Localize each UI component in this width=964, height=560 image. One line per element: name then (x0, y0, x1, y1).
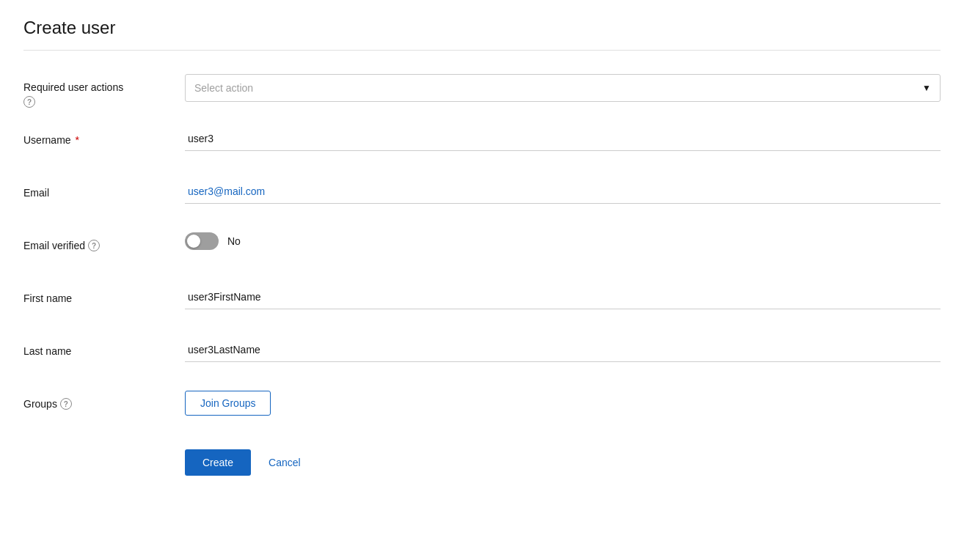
email-verified-help-icon[interactable]: ? (88, 240, 100, 251)
email-label: Email (23, 187, 49, 199)
required-user-actions-row: Required user actions ? Select action ▼ (23, 74, 941, 109)
divider (23, 50, 941, 51)
groups-label: Groups (23, 398, 57, 410)
last-name-input[interactable] (185, 338, 941, 362)
email-input[interactable] (185, 180, 941, 204)
email-verified-label-row: Email verified ? (23, 240, 100, 251)
username-label-col: Username * (23, 127, 185, 146)
create-button[interactable]: Create (185, 449, 251, 476)
email-label-col: Email (23, 180, 185, 199)
groups-label-col: Groups ? (23, 391, 185, 410)
select-action-dropdown[interactable]: Select action (186, 75, 940, 101)
last-name-label-col: Last name (23, 338, 185, 357)
last-name-control (185, 338, 941, 362)
toggle-thumb (187, 235, 200, 248)
first-name-row: First name (23, 285, 941, 320)
action-row: Create Cancel (23, 449, 941, 476)
required-user-actions-control: Select action ▼ (185, 74, 941, 102)
username-required-star: * (76, 134, 79, 146)
email-verified-label-col: Email verified ? (23, 232, 185, 251)
username-control (185, 127, 941, 151)
groups-row: Groups ? Join Groups (23, 391, 941, 426)
required-user-actions-label: Required user actions (23, 81, 123, 93)
email-verified-no-label: No (227, 235, 241, 247)
last-name-row: Last name (23, 338, 941, 373)
email-verified-toggle-container: No (185, 232, 241, 250)
first-name-label: First name (23, 292, 72, 304)
groups-label-row: Groups ? (23, 398, 72, 410)
required-user-actions-label-col: Required user actions ? (23, 74, 185, 108)
toggle-track (185, 232, 219, 250)
first-name-label-col: First name (23, 285, 185, 304)
username-row: Username * (23, 127, 941, 162)
first-name-input[interactable] (185, 285, 941, 309)
email-verified-control: No (185, 232, 941, 250)
groups-help-icon[interactable]: ? (60, 398, 72, 410)
page-title: Create user (23, 18, 941, 38)
first-name-control (185, 285, 941, 309)
username-label: Username (23, 134, 71, 146)
select-action-wrapper: Select action ▼ (185, 74, 941, 102)
create-user-form: Required user actions ? Select action ▼ … (23, 74, 941, 476)
email-verified-label: Email verified (23, 240, 85, 251)
required-user-actions-label-row: Required user actions (23, 81, 123, 93)
email-verified-toggle[interactable] (185, 232, 219, 250)
email-control (185, 180, 941, 204)
groups-control: Join Groups (185, 391, 941, 416)
cancel-button[interactable]: Cancel (263, 449, 307, 476)
username-input[interactable] (185, 127, 941, 151)
email-verified-row: Email verified ? No (23, 232, 941, 268)
join-groups-button[interactable]: Join Groups (185, 391, 271, 416)
last-name-label: Last name (23, 345, 71, 357)
email-row: Email (23, 180, 941, 215)
required-user-actions-help-icon[interactable]: ? (23, 96, 35, 108)
username-label-row: Username * (23, 134, 79, 146)
